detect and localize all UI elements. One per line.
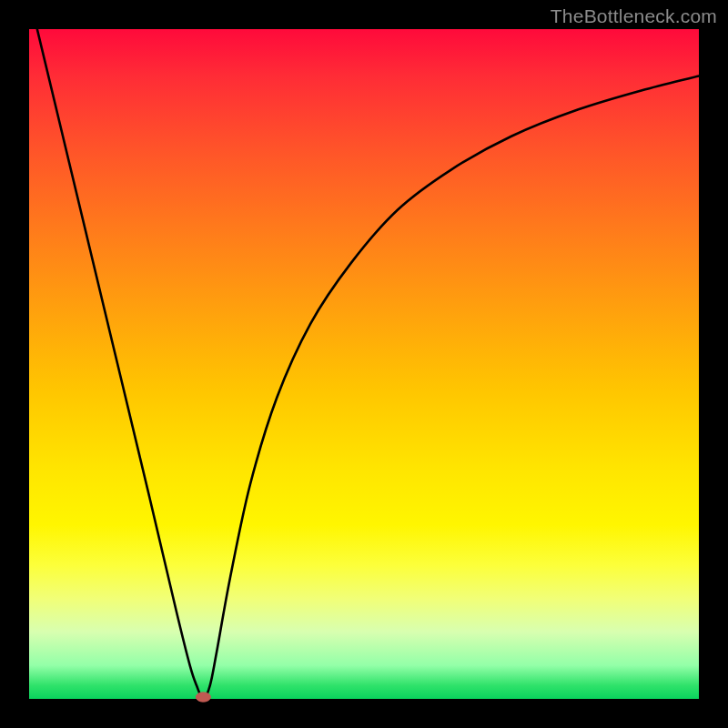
watermark-text: TheBottleneck.com xyxy=(551,5,717,27)
chart-frame: TheBottleneck.com xyxy=(0,0,728,728)
plot-area xyxy=(29,29,699,699)
curve-layer xyxy=(29,29,699,699)
bottleneck-curve xyxy=(29,0,699,699)
minimum-marker xyxy=(196,693,210,702)
